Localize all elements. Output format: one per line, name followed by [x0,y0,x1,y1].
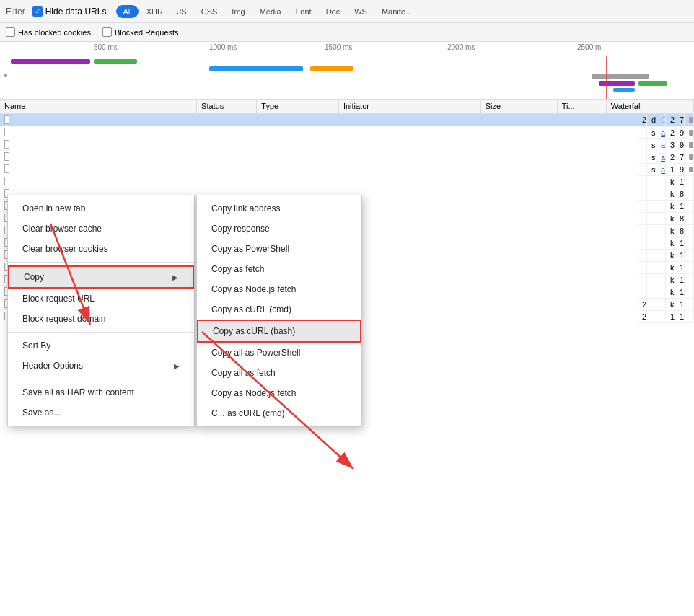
table-row[interactable]: jserr57scriptautoreply?actio...3.4 kB96.… [0,138,694,151]
ctx-copy[interactable]: Copy ▶ [8,265,194,289]
hide-data-urls-checkbox[interactable]: ✓ [32,6,43,17]
filter-btn-img[interactable]: Img [225,5,251,18]
filter-btn-xhr[interactable]: XHR [140,5,170,18]
table-row[interactable]: layout_styleshe...autoreply?actio...2.2 … [0,151,694,163]
tick-1500ms: 1500 ms [325,43,352,51]
tick-2500ms: 2500 m [577,43,601,51]
col-type[interactable]: Type [257,100,339,113]
tick-1000ms: 1000 ms [209,43,237,51]
hide-data-urls-group[interactable]: ✓ Hide data URLs [32,6,107,17]
sub-copy-curl-cmd[interactable]: Copy as cURL (cmd) [197,299,361,320]
ctx-header-options[interactable]: Header Options ▶ [8,356,194,376]
context-submenu[interactable]: Copy link address Copy response Copy as … [196,195,362,427]
has-blocked-cookies-label: Has blocked cookies [18,28,91,37]
sub-copy-all-curl-cmd[interactable]: C... as cURL (cmd) [197,403,361,423]
ctx-open-new-tab[interactable]: Open in new tab [8,198,194,219]
ctx-save-har[interactable]: Save all as HAR with content [8,382,194,402]
sub-copy-curl-bash[interactable]: Copy as cURL (bash) [197,320,361,343]
network-table-header: Name Status Type Initiator Size Ti... Wa… [0,100,694,113]
table-row[interactable]: index57kB10... [0,175,694,188]
hide-data-urls-label: Hide data URLs [45,6,107,17]
filter-btn-all[interactable]: All [116,5,138,18]
filter-label: Filter [6,6,25,17]
ctx-divider3 [8,379,194,379]
col-size[interactable]: Size [480,100,557,113]
ctx-save-as[interactable]: Save as... [8,402,194,423]
table-row[interactable]: autoreply?action=smartreply&count200docu… [0,114,694,126]
filter-btn-js[interactable]: JS [171,5,193,18]
sub-copy-fetch[interactable]: Copy as fetch [197,259,361,279]
context-menu[interactable]: Open in new tab Clear browser cache Clea… [7,195,195,426]
sub-copy-link[interactable]: Copy link address [197,198,361,219]
filter-btn-doc[interactable]: Doc [320,5,347,18]
tick-500ms: 500 ms [94,43,118,51]
filter-btn-manife[interactable]: Manife... [375,5,418,18]
filter-buttons: All XHR JS CSS Img Media Font Doc WS Man… [116,5,418,18]
ctx-divider2 [8,332,194,333]
tick-2000ms: 2000 ms [447,43,475,51]
toolbar-row1: Filter ✓ Hide data URLs All XHR JS CSS I… [0,0,694,23]
ctx-clear-cache[interactable]: Clear browser cache [8,219,194,239]
table-row[interactable]: base56styleshe...autoreply?actio...16.0 … [0,163,694,175]
blocked-requests-label: Blocked Requests [115,28,179,37]
blocked-requests-checkbox[interactable] [102,27,112,37]
filter-btn-media[interactable]: Media [253,5,288,18]
blocked-requests-group[interactable]: Blocked Requests [102,27,179,37]
ctx-divider1 [8,262,194,263]
sub-copy-response[interactable]: Copy response [197,219,361,239]
copy-submenu-arrow: ▶ [172,273,178,281]
sub-copy-all-nodejs[interactable]: Copy as Node.js fetch [197,383,361,403]
filter-btn-css[interactable]: CSS [195,5,224,18]
table-row[interactable]: badjs57scriptautoreply?actio...2.5 kB98.… [0,126,694,138]
sub-copy-nodejs-fetch[interactable]: Copy as Node.js fetch [197,279,361,299]
ctx-block-domain[interactable]: Block request domain [8,309,194,329]
has-blocked-cookies-group[interactable]: Has blocked cookies [6,27,91,37]
sub-copy-powershell[interactable]: Copy as PowerShell [197,239,361,259]
sub-copy-all-powershell[interactable]: Copy all as PowerShell [197,343,361,363]
filter-btn-ws[interactable]: WS [348,5,374,18]
col-initiator[interactable]: Initiator [338,100,480,113]
col-status[interactable]: Status [197,100,257,113]
col-time[interactable]: Ti... [557,100,606,113]
has-blocked-cookies-checkbox[interactable] [6,27,15,37]
col-waterfall[interactable]: Waterfall [606,100,693,113]
filter-btn-font[interactable]: Font [289,5,318,18]
toolbar-row2: Has blocked cookies Blocked Requests [0,23,694,42]
col-name[interactable]: Name [0,100,197,113]
timeline-ruler: 500 ms 1000 ms 1500 ms 2000 ms 2500 m [0,42,694,56]
header-options-arrow: ▶ [174,362,180,370]
timeline-waterfall [0,56,694,100]
sub-copy-all-fetch[interactable]: Copy all as fetch [197,363,361,383]
ctx-clear-cookies[interactable]: Clear browser cookies [8,239,194,259]
ctx-block-url[interactable]: Block request URL [8,289,194,309]
ctx-sort-by[interactable]: Sort By [8,335,194,356]
